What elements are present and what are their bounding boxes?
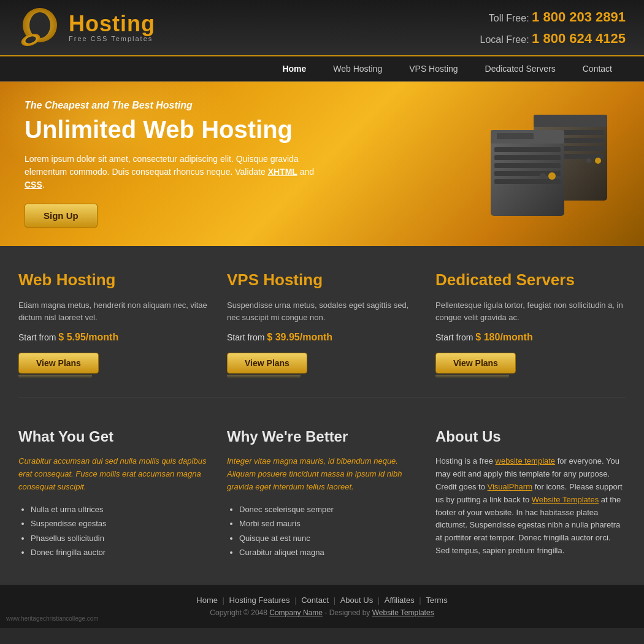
- local-free-number: 1 800 624 4125: [532, 31, 626, 46]
- footer-affiliates-link[interactable]: Affiliates: [385, 596, 415, 605]
- svg-rect-14: [494, 147, 561, 152]
- visualpharm-link[interactable]: VisualPharm: [488, 482, 532, 491]
- plans-section: Web Hosting Etiam magna metus, hendrerit…: [18, 270, 626, 397]
- footer-separator: |: [294, 596, 299, 605]
- footer-links: Home | Hosting Features | Contact | Abou…: [18, 596, 626, 605]
- svg-point-20: [540, 173, 546, 179]
- plan-web-hosting-price: Start from $ 5.95/month: [18, 332, 209, 343]
- btn-reflection-2: [227, 375, 301, 378]
- list-item: Quisque at est nunc: [239, 531, 417, 545]
- svg-point-11: [586, 158, 591, 163]
- plan-vps-hosting-desc: Suspendisse urna metus, sodales eget sag…: [227, 299, 417, 323]
- plan-vps-hosting: VPS Hosting Suspendisse urna metus, soda…: [227, 270, 417, 378]
- footer-terms-link[interactable]: Terms: [426, 596, 447, 605]
- nav-dedicated-servers[interactable]: Dedicated Servers: [472, 56, 569, 81]
- logo-subtitle: Free CSS Templates: [69, 35, 155, 42]
- info-section: What You Get Curabitur accumsan dui sed …: [18, 428, 626, 559]
- banner-tagline: The Cheapest and The Best Hosting: [25, 100, 319, 111]
- list-item: Donec fringilla auctor: [31, 545, 209, 559]
- footer-hosting-features-link[interactable]: Hosting Features: [229, 596, 290, 605]
- footer-separator: |: [419, 596, 423, 605]
- info-what-you-get: What You Get Curabitur accumsan dui sed …: [18, 428, 209, 559]
- nav-web-hosting[interactable]: Web Hosting: [320, 56, 396, 81]
- footer-separator: |: [378, 596, 382, 605]
- signup-button[interactable]: Sign Up: [25, 204, 98, 228]
- toll-free-label: Toll Free:: [489, 13, 529, 23]
- css-link[interactable]: CSS: [25, 180, 42, 190]
- copyright-text: Copyright © 2048: [210, 608, 269, 617]
- website-templates-link[interactable]: Website Templates: [532, 495, 599, 504]
- toll-free-number: 1 800 203 2891: [532, 9, 626, 25]
- header: Hosting Free CSS Templates Toll Free: 1 …: [0, 0, 644, 56]
- nav-contact[interactable]: Contact: [569, 56, 626, 81]
- list-item: Curabitur aliquet magna: [239, 545, 417, 559]
- banner-desc-text1: Lorem ipsum dolor sit amet, consectetur …: [25, 154, 299, 177]
- and-text: and: [297, 167, 314, 177]
- plan-dedicated-price: Start from $ 180/month: [435, 332, 626, 343]
- plan-web-hosting-desc: Etiam magna metus, hendrerit non aliquam…: [18, 299, 209, 323]
- svg-point-19: [548, 172, 556, 180]
- footer-home-link[interactable]: Home: [196, 596, 218, 605]
- company-name-link[interactable]: Company Name: [269, 608, 323, 617]
- info-what-title: What You Get: [18, 428, 209, 445]
- nav: Home Web Hosting VPS Hosting Dedicated S…: [0, 56, 644, 82]
- plan-web-hosting-title: Web Hosting: [18, 270, 209, 289]
- info-about-text: Hosting is a free website template for e…: [435, 455, 626, 557]
- plan-vps-hosting-price: Start from $ 39.95/month: [227, 332, 417, 343]
- svg-rect-15: [494, 155, 561, 160]
- local-free-label: Local Free:: [480, 34, 529, 45]
- plan-web-hosting: Web Hosting Etiam magna metus, hendrerit…: [18, 270, 209, 378]
- local-free-line: Local Free: 1 800 624 4125: [480, 28, 626, 49]
- logo-area: Hosting Free CSS Templates: [18, 8, 155, 48]
- info-why-better: Why We're Better Integer vitae magna mau…: [227, 428, 417, 559]
- footer-separator: |: [223, 596, 227, 605]
- svg-point-10: [595, 158, 601, 164]
- phone-area: Toll Free: 1 800 203 2891 Local Free: 1 …: [480, 6, 626, 49]
- svg-rect-18: [494, 179, 561, 184]
- plan-dedicated-title: Dedicated Servers: [435, 270, 626, 289]
- list-item: Morbi sed mauris: [239, 516, 417, 531]
- footer-separator: |: [334, 596, 338, 605]
- website-template-link[interactable]: website template: [496, 456, 556, 466]
- info-why-title: Why We're Better: [227, 428, 417, 445]
- nav-home[interactable]: Home: [269, 56, 320, 81]
- info-why-list: Donec scelerisque semper Morbi sed mauri…: [227, 502, 417, 560]
- plan-vps-hosting-title: VPS Hosting: [227, 270, 417, 289]
- svg-rect-16: [494, 163, 561, 168]
- website-templates-footer-link[interactable]: Website Templates: [372, 608, 434, 617]
- xhtml-link[interactable]: XHTML: [268, 167, 297, 177]
- svg-rect-5: [534, 115, 607, 127]
- banner: The Cheapest and The Best Hosting Unlimi…: [0, 82, 644, 246]
- list-item: Suspendisse egestas: [31, 516, 209, 531]
- info-why-text: Integer vitae magna mauris, id bibendum …: [227, 455, 417, 493]
- plan-dedicated-desc: Pellentesque ligula tortor, feugiat non …: [435, 299, 626, 323]
- list-item: Donec scelerisque semper: [239, 502, 417, 516]
- designed-by-text: - Designed by: [324, 608, 372, 617]
- footer-about-link[interactable]: About Us: [340, 596, 373, 605]
- footer-contact-link[interactable]: Contact: [301, 596, 329, 605]
- list-item: Phasellus sollicitudin: [31, 531, 209, 545]
- info-what-text: Curabitur accumsan dui sed nulla mollis …: [18, 455, 209, 493]
- btn-reflection-3: [435, 375, 509, 378]
- toll-free-line: Toll Free: 1 800 203 2891: [480, 6, 626, 28]
- info-about-us: About Us Hosting is a free website templ…: [435, 428, 626, 559]
- btn-reflection: [18, 375, 92, 378]
- logo-title: Hosting: [69, 13, 155, 35]
- banner-content: The Cheapest and The Best Hosting Unlimi…: [25, 100, 319, 228]
- nav-vps-hosting[interactable]: VPS Hosting: [396, 56, 471, 81]
- banner-title: Unlimited Web Hosting: [25, 116, 319, 143]
- view-plans-dedicated-button[interactable]: View Plans: [435, 353, 516, 374]
- footer-copyright: Copyright © 2048 Company Name - Designed…: [18, 608, 626, 617]
- list-item: Nulla et urna ultrices: [31, 502, 209, 516]
- info-about-title: About Us: [435, 428, 626, 445]
- view-plans-web-button[interactable]: View Plans: [18, 353, 99, 374]
- logo-icon: [18, 8, 61, 48]
- banner-desc: Lorem ipsum dolor sit amet, consectetur …: [25, 153, 319, 191]
- view-plans-vps-button[interactable]: View Plans: [227, 353, 307, 374]
- logo-text-area: Hosting Free CSS Templates: [69, 13, 155, 42]
- watermark: www.heritagechristiancollege.com: [6, 615, 99, 622]
- svg-rect-21: [497, 133, 534, 139]
- plan-dedicated-servers: Dedicated Servers Pellentesque ligula to…: [435, 270, 626, 378]
- info-what-list: Nulla et urna ultrices Suspendisse egest…: [18, 502, 209, 560]
- main: Web Hosting Etiam magna metus, hendrerit…: [0, 246, 644, 584]
